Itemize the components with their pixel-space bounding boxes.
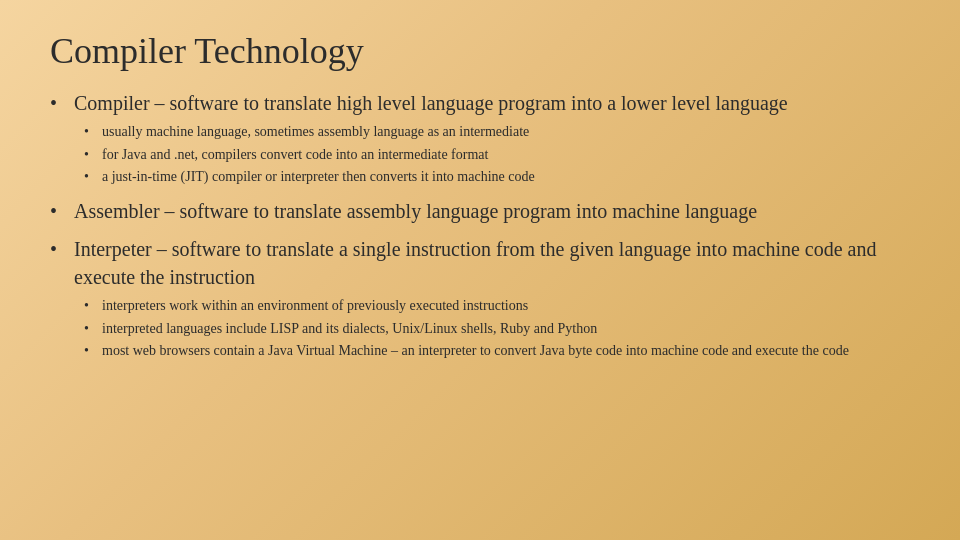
sub-bullet-interpreter-1: interpreters work within an environment …: [84, 296, 910, 316]
bullet-assembler-text: Assembler – software to translate assemb…: [74, 200, 757, 222]
sub-bullet-interpreter-3: most web browsers contain a Java Virtual…: [84, 341, 910, 361]
bullet-compiler-text: Compiler – software to translate high le…: [74, 92, 788, 114]
bullet-interpreter-text: Interpeter – software to translate a sin…: [74, 238, 877, 288]
bullet-interpreter: Interpeter – software to translate a sin…: [50, 235, 910, 361]
slide-title: Compiler Technology: [50, 30, 910, 73]
sub-bullet-interpreter-2: interpreted languages include LISP and i…: [84, 319, 910, 339]
sub-bullets-interpreter: interpreters work within an environment …: [84, 296, 910, 361]
main-bullets-list: Compiler – software to translate high le…: [50, 89, 910, 361]
sub-bullet-compiler-3: a just-in-time (JIT) compiler or interpr…: [84, 167, 910, 187]
slide: Compiler Technology Compiler – software …: [0, 0, 960, 540]
sub-bullet-compiler-2: for Java and .net, compilers convert cod…: [84, 145, 910, 165]
sub-bullets-compiler: usually machine language, sometimes asse…: [84, 122, 910, 187]
bullet-compiler: Compiler – software to translate high le…: [50, 89, 910, 187]
bullet-assembler: Assembler – software to translate assemb…: [50, 197, 910, 225]
sub-bullet-compiler-1: usually machine language, sometimes asse…: [84, 122, 910, 142]
